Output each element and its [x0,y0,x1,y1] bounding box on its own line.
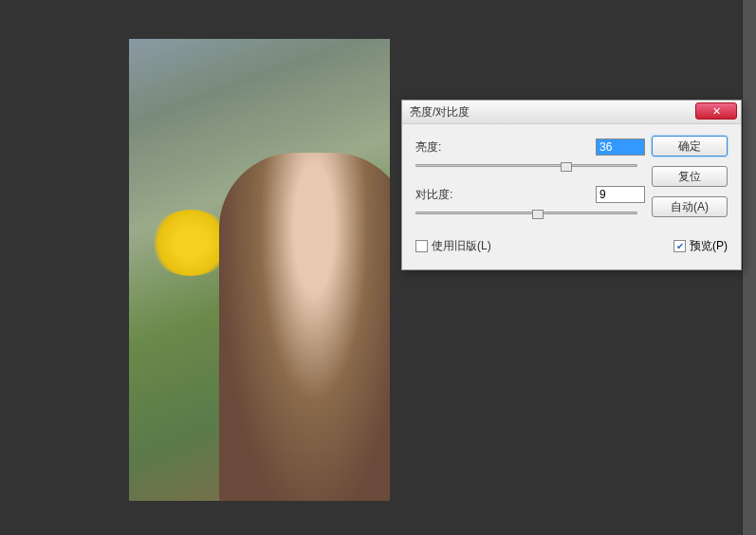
brightness-slider-thumb[interactable] [561,162,572,172]
brightness-slider[interactable] [415,160,637,174]
use-legacy-checkbox[interactable] [415,240,428,252]
button-column: 确定 复位 自动(A) [652,136,728,217]
contrast-slider-thumb[interactable] [532,210,544,219]
reset-button[interactable]: 复位 [652,166,728,187]
close-button[interactable]: ✕ [695,102,737,120]
use-legacy-label: 使用旧版(L) [432,238,491,254]
contrast-slider-rail [415,212,637,214]
preview-row: ✔ 预览(P) [673,238,728,254]
preview-checkbox[interactable]: ✔ [673,240,686,252]
right-panel-edge [742,0,756,535]
brightness-label: 亮度: [415,139,472,156]
person-graphic [219,153,390,501]
brightness-input[interactable] [596,138,645,156]
dialog-titlebar[interactable]: 亮度/对比度 ✕ [402,101,741,124]
contrast-input[interactable] [596,186,645,203]
contrast-label: 对比度: [415,187,472,203]
dialog-body: 亮度: 对比度: 使用旧版(L) 确定 [402,124,741,269]
preview-label: 预览(P) [690,238,728,254]
contrast-row: 对比度: [415,185,645,204]
left-controls: 亮度: 对比度: 使用旧版(L) [415,138,645,254]
ok-button[interactable]: 确定 [652,136,728,157]
brightness-slider-rail [415,164,637,167]
dialog-title: 亮度/对比度 [410,104,470,120]
close-icon: ✕ [712,105,721,118]
auto-button[interactable]: 自动(A) [652,196,728,217]
use-legacy-row: 使用旧版(L) [415,238,645,254]
canvas-image [129,39,390,501]
brightness-contrast-dialog: 亮度/对比度 ✕ 亮度: 对比度: [401,100,742,270]
contrast-slider[interactable] [415,208,637,221]
brightness-row: 亮度: [415,138,645,157]
